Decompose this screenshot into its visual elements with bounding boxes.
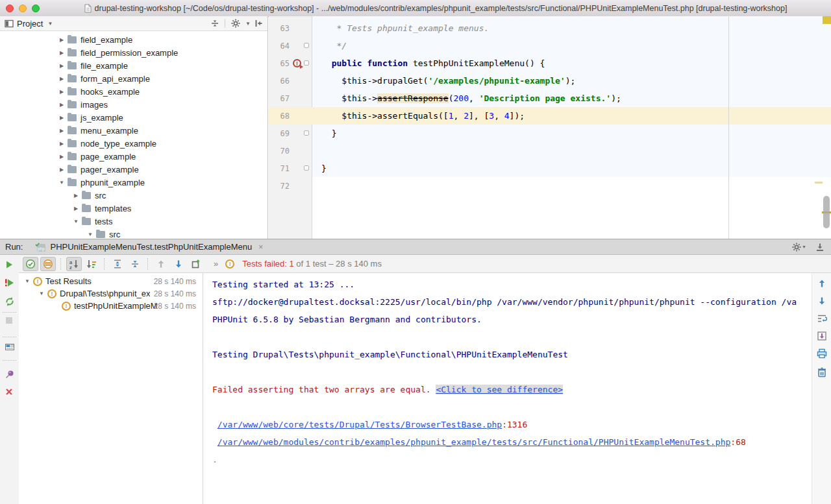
- project-tree-item[interactable]: ▼src: [0, 228, 267, 239]
- project-tree-item[interactable]: ▶page_example: [0, 150, 267, 163]
- tree-expanded-icon[interactable]: ▼: [84, 232, 96, 237]
- gear-dropdown-icon[interactable]: ▼: [245, 21, 251, 27]
- project-tree-item[interactable]: ▶src: [0, 189, 267, 202]
- project-tree-item[interactable]: ▶field_example: [0, 33, 267, 46]
- console-link[interactable]: /var/www/web/modules/contrib/examples/ph…: [217, 437, 731, 447]
- project-tree-item[interactable]: ▶node_type_example: [0, 137, 267, 150]
- gear-icon[interactable]: [230, 18, 241, 29]
- project-tree-item[interactable]: ▶form_api_example: [0, 72, 267, 85]
- hide-panel-icon[interactable]: [254, 19, 263, 28]
- tree-collapsed-icon[interactable]: ▶: [56, 63, 68, 69]
- project-tree-item[interactable]: ▼tests: [0, 215, 267, 228]
- test-tree-item[interactable]: ▼!Test Results28 s 140 ms: [19, 275, 203, 287]
- code-line[interactable]: * Tests phpunit_example menus.: [312, 19, 831, 37]
- fold-marker-icon[interactable]: [304, 130, 309, 136]
- folder-name: images: [81, 100, 108, 110]
- chevron-down-icon[interactable]: ▼: [47, 21, 53, 27]
- close-tab-icon[interactable]: ×: [258, 243, 263, 252]
- close-window-button[interactable]: [6, 5, 14, 12]
- tree-collapsed-icon[interactable]: ▶: [70, 206, 82, 211]
- project-tree-item[interactable]: ▶file_example: [0, 59, 267, 72]
- tree-collapsed-icon[interactable]: ▶: [56, 154, 68, 160]
- down-arrow-icon[interactable]: [817, 296, 827, 306]
- toolbar-overflow-chevron[interactable]: »: [214, 259, 218, 269]
- soft-wrap-icon[interactable]: [817, 313, 827, 324]
- console-link[interactable]: <Click to see difference>: [436, 385, 563, 394]
- rerun-button[interactable]: [5, 260, 14, 269]
- project-tree-item[interactable]: ▶images: [0, 98, 267, 111]
- pin-tab-button[interactable]: [5, 369, 15, 379]
- gutter-line: 70: [269, 142, 312, 160]
- console-link[interactable]: /var/www/web/core/tests/Drupal/Tests/Bro…: [217, 420, 502, 429]
- run-settings-button[interactable]: ▼: [791, 242, 806, 252]
- close-panel-button[interactable]: [5, 387, 14, 396]
- collapse-all-button[interactable]: [127, 257, 143, 271]
- failed-test-run-icon[interactable]: !: [293, 59, 301, 67]
- tree-collapsed-icon[interactable]: ▶: [56, 89, 68, 95]
- toggle-auto-test-button[interactable]: [5, 296, 15, 307]
- project-tree-item[interactable]: ▶templates: [0, 202, 267, 215]
- tree-collapsed-icon[interactable]: ▶: [56, 76, 68, 82]
- fold-marker-icon[interactable]: [304, 43, 309, 48]
- next-failed-test-button[interactable]: [171, 257, 186, 271]
- minimize-window-button[interactable]: [19, 5, 27, 12]
- stop-button[interactable]: [5, 316, 14, 325]
- export-test-results-button[interactable]: [188, 257, 204, 271]
- tree-collapsed-icon[interactable]: ▶: [56, 102, 68, 108]
- test-tree-item[interactable]: !testPhpUnitExampleM28 s 140 ms: [19, 300, 203, 312]
- inspections-indicator[interactable]: [823, 16, 831, 24]
- code-line[interactable]: [312, 177, 831, 195]
- previous-failed-test-button[interactable]: [153, 257, 169, 271]
- warning-stripe-mark[interactable]: [815, 182, 823, 184]
- code-line[interactable]: }: [312, 125, 831, 142]
- code-token: 1: [449, 111, 454, 121]
- code-line[interactable]: $this->assertResponse(200, 'Description …: [312, 90, 831, 107]
- tree-collapsed-icon[interactable]: ▶: [56, 115, 68, 121]
- tree-expanded-icon[interactable]: ▼: [21, 278, 33, 284]
- folder-icon: [68, 140, 77, 147]
- show-ignored-button[interactable]: [40, 257, 56, 271]
- hide-run-panel-icon[interactable]: [815, 243, 825, 252]
- project-panel-title[interactable]: Project: [17, 19, 43, 29]
- tree-collapsed-icon[interactable]: ▶: [56, 141, 68, 147]
- tree-collapsed-icon[interactable]: ▶: [56, 37, 68, 43]
- sort-by-duration-button[interactable]: [84, 257, 99, 271]
- code-line[interactable]: }: [312, 160, 831, 177]
- tree-collapsed-icon[interactable]: ▶: [70, 193, 82, 198]
- tree-expanded-icon[interactable]: ▼: [36, 291, 47, 296]
- project-tree-item[interactable]: ▼phpunit_example: [0, 176, 267, 189]
- tree-expanded-icon[interactable]: ▼: [70, 219, 82, 224]
- scroll-to-end-icon[interactable]: [817, 331, 827, 341]
- code-line[interactable]: */: [312, 37, 831, 54]
- tree-expanded-icon[interactable]: ▼: [56, 180, 68, 186]
- project-tree-item[interactable]: ▶menu_example: [0, 124, 267, 137]
- fold-marker-icon[interactable]: [304, 60, 309, 66]
- tree-collapsed-icon[interactable]: ▶: [56, 167, 68, 173]
- rerun-failed-tests-button[interactable]: [5, 278, 15, 287]
- show-passed-button[interactable]: [23, 257, 38, 271]
- tree-collapsed-icon[interactable]: ▶: [56, 128, 68, 134]
- clear-all-icon[interactable]: [817, 367, 827, 378]
- code-editor[interactable]: 636465!66676869707172 * Tests phpunit_ex…: [269, 16, 831, 239]
- fold-marker-icon[interactable]: [304, 165, 309, 171]
- expand-all-button[interactable]: [110, 257, 125, 271]
- up-arrow-icon[interactable]: [817, 278, 827, 289]
- editor-scrollbar[interactable]: [823, 196, 830, 228]
- zoom-window-button[interactable]: [32, 5, 40, 12]
- code-line[interactable]: $this->drupalGet('/examples/phpunit-exam…: [312, 72, 831, 90]
- code-line[interactable]: [312, 142, 831, 160]
- project-tree-item[interactable]: ▶pager_example: [0, 163, 267, 176]
- test-tree-item[interactable]: ▼!Drupal\Tests\phpunit_ex28 s 140 ms: [19, 287, 203, 300]
- project-tree-item[interactable]: ▶hooks_example: [0, 85, 267, 98]
- restore-layout-button[interactable]: [5, 342, 15, 352]
- document-icon: [84, 4, 92, 13]
- collapse-all-icon[interactable]: [210, 19, 219, 28]
- tree-collapsed-icon[interactable]: ▶: [56, 50, 68, 56]
- project-tree-item[interactable]: ▶js_example: [0, 111, 267, 124]
- print-icon[interactable]: [817, 348, 827, 359]
- code-line[interactable]: $this->assertEquals([1, 2], [3, 4]);: [312, 107, 831, 125]
- code-line[interactable]: public function testPhpUnitExampleMenu()…: [312, 54, 831, 72]
- project-tree-item[interactable]: ▶field_permission_example: [0, 46, 267, 59]
- run-configuration-tab[interactable]: php PHPUnitExampleMenuTest.testPhpUnitEx…: [32, 239, 266, 254]
- sort-alphabetically-button[interactable]: az: [66, 257, 82, 271]
